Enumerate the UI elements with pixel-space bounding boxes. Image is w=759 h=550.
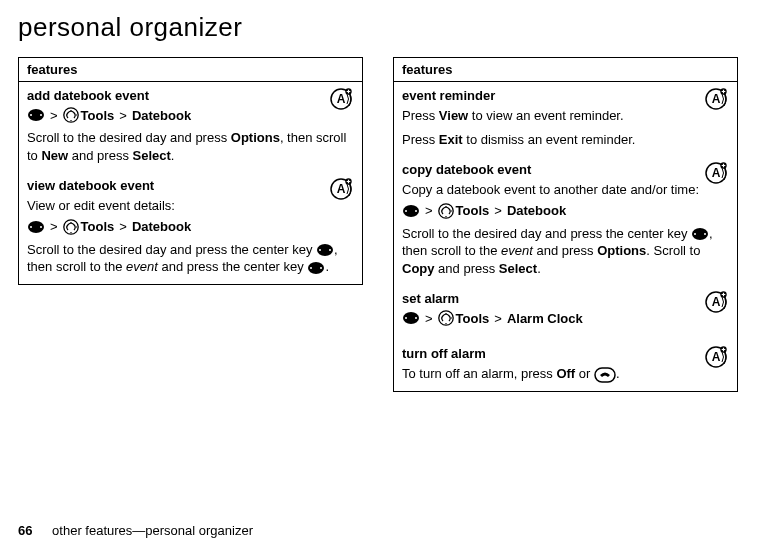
menu-path: > Tools > Datebook — [402, 203, 729, 219]
accessibility-icon — [705, 162, 731, 184]
desc-text: . — [616, 366, 620, 381]
features-table-right: features event reminder Press View to vi… — [393, 57, 738, 392]
path-datebook: Datebook — [132, 108, 191, 123]
desc-text: and press — [533, 243, 597, 258]
features-table-left: features add datebook event > Tools > Da… — [18, 57, 363, 285]
row-title: copy datebook event — [402, 162, 729, 177]
desc-text: Scroll to the desired day and press the … — [27, 242, 316, 257]
path-datebook: Datebook — [507, 203, 566, 218]
path-separator: > — [425, 311, 433, 326]
nav-key-icon — [27, 108, 45, 122]
row-lead: View or edit event details: — [27, 197, 354, 215]
path-tools: Tools — [81, 219, 115, 234]
page-footer: 66 other features—personal organizer — [18, 523, 253, 538]
desc-text: Press — [402, 132, 439, 147]
row-description: Press Exit to dismiss an event reminder. — [402, 131, 729, 149]
tools-icon — [63, 107, 79, 123]
menu-path: > Tools > Datebook — [27, 219, 354, 235]
row-turn-off-alarm: turn off alarm To turn off an alarm, pre… — [394, 340, 738, 391]
label-copy: Copy — [402, 261, 435, 276]
footer-text: other features—personal organizer — [52, 523, 253, 538]
path-separator: > — [119, 219, 127, 234]
row-event-reminder: event reminder Press View to view an eve… — [394, 82, 738, 157]
nav-key-icon — [402, 204, 420, 218]
desc-text: to view an event reminder. — [468, 108, 623, 123]
desc-text: Scroll to the desired day and press the … — [402, 226, 691, 241]
nav-key-icon — [402, 311, 420, 325]
row-title: add datebook event — [27, 88, 354, 103]
nav-key-icon — [27, 220, 45, 234]
center-key-icon — [307, 261, 325, 275]
label-exit: Exit — [439, 132, 463, 147]
desc-text: To turn off an alarm, press — [402, 366, 556, 381]
desc-text: . — [325, 259, 329, 274]
path-tools: Tools — [81, 108, 115, 123]
row-set-alarm: set alarm > Tools > Alarm Clock — [394, 285, 738, 340]
row-description: Scroll to the desired day and press the … — [27, 241, 354, 276]
features-header: features — [19, 58, 363, 82]
row-add-datebook-event: add datebook event > Tools > Datebook Sc… — [19, 82, 363, 173]
desc-text: to dismiss an event reminder. — [463, 132, 636, 147]
path-tools: Tools — [456, 311, 490, 326]
path-separator: > — [119, 108, 127, 123]
center-key-icon — [316, 243, 334, 257]
path-tools: Tools — [456, 203, 490, 218]
path-alarm-clock: Alarm Clock — [507, 311, 583, 326]
row-description: Scroll to the desired day and press Opti… — [27, 129, 354, 164]
row-title: event reminder — [402, 88, 729, 103]
end-key-icon — [594, 367, 616, 383]
menu-path: > Tools > Datebook — [27, 107, 354, 123]
accessibility-icon — [705, 346, 731, 368]
right-column: features event reminder Press View to vi… — [393, 57, 738, 392]
label-select: Select — [499, 261, 537, 276]
left-column: features add datebook event > Tools > Da… — [18, 57, 363, 392]
desc-text: and press — [435, 261, 499, 276]
path-separator: > — [494, 203, 502, 218]
desc-text: Press — [402, 108, 439, 123]
path-separator: > — [494, 311, 502, 326]
label-off: Off — [556, 366, 575, 381]
row-copy-datebook-event: copy datebook event Copy a datebook even… — [394, 156, 738, 285]
path-separator: > — [50, 108, 58, 123]
label-options: Options — [231, 130, 280, 145]
page-title: personal organizer — [18, 12, 741, 43]
row-title: set alarm — [402, 291, 729, 306]
event-word: event — [501, 243, 533, 258]
row-view-datebook-event: view datebook event View or edit event d… — [19, 172, 363, 284]
label-options: Options — [597, 243, 646, 258]
row-description: To turn off an alarm, press Off or . — [402, 365, 729, 383]
accessibility-icon — [330, 178, 356, 200]
label-view: View — [439, 108, 468, 123]
desc-text: . Scroll to — [646, 243, 700, 258]
tools-icon — [438, 203, 454, 219]
accessibility-icon — [705, 88, 731, 110]
path-separator: > — [425, 203, 433, 218]
path-separator: > — [50, 219, 58, 234]
row-title: turn off alarm — [402, 346, 729, 361]
desc-text: or — [575, 366, 594, 381]
label-new: New — [41, 148, 68, 163]
accessibility-icon — [330, 88, 356, 110]
features-header: features — [394, 58, 738, 82]
label-select: Select — [133, 148, 171, 163]
row-description: Press View to view an event reminder. — [402, 107, 729, 125]
menu-path: > Tools > Alarm Clock — [402, 310, 729, 326]
desc-text: and press the center key — [158, 259, 308, 274]
tools-icon — [438, 310, 454, 326]
content-columns: features add datebook event > Tools > Da… — [18, 57, 741, 392]
event-word: event — [126, 259, 158, 274]
accessibility-icon — [705, 291, 731, 313]
page-number: 66 — [18, 523, 32, 538]
path-datebook: Datebook — [132, 219, 191, 234]
row-title: view datebook event — [27, 178, 354, 193]
desc-text: Scroll to the desired day and press — [27, 130, 231, 145]
desc-text: and press — [68, 148, 132, 163]
row-description: Scroll to the desired day and press the … — [402, 225, 729, 278]
tools-icon — [63, 219, 79, 235]
row-lead: Copy a datebook event to another date an… — [402, 181, 729, 199]
center-key-icon — [691, 227, 709, 241]
